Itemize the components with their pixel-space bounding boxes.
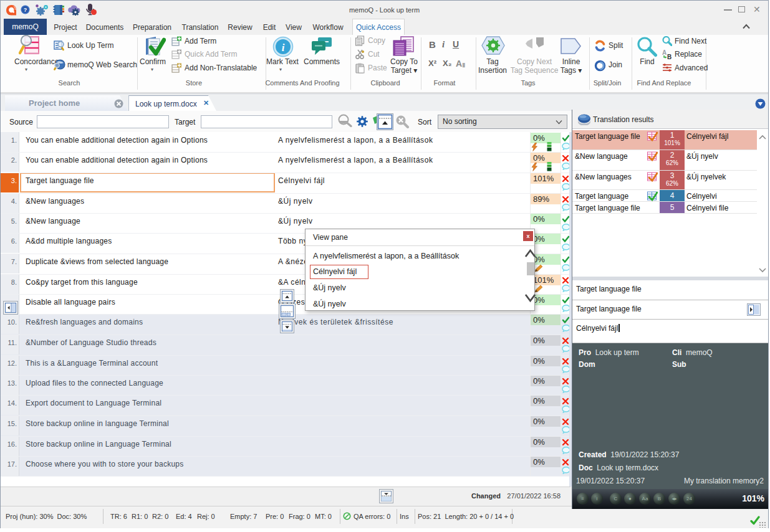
svg-text:?: ? [24,7,27,13]
svg-text:B: B [667,54,671,59]
svg-text:A: A [662,49,667,56]
svg-text:i: i [282,42,285,54]
